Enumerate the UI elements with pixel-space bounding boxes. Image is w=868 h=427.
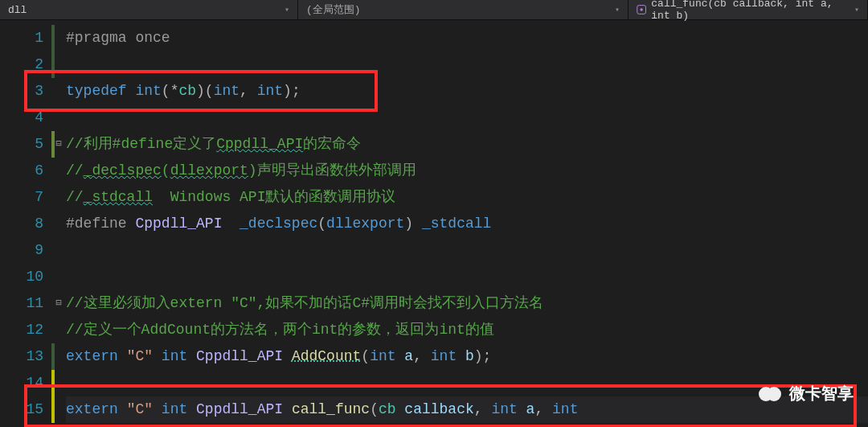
function-name: call_func(cb callback, int a, int b) bbox=[651, 0, 850, 22]
editor-window: dll ▾ (全局范围) ▾ call_func(cb callback, in… bbox=[0, 0, 868, 427]
svg-point-1 bbox=[640, 8, 642, 10]
code-line: #define Cppdll_API _declspec(dllexport) … bbox=[66, 211, 868, 237]
code-line: //定义一个AddCount的方法名，两个int的参数，返回为int的值 bbox=[66, 317, 868, 343]
wechat-icon bbox=[759, 384, 783, 404]
line-number: 11 bbox=[0, 290, 51, 317]
line-number: 10 bbox=[0, 264, 51, 290]
scope-label: (全局范围) bbox=[306, 2, 361, 17]
line-number: 4 bbox=[0, 105, 51, 131]
code-line: typedef int(*cb)(int, int); bbox=[66, 78, 868, 105]
chevron-down-icon: ▾ bbox=[285, 5, 289, 14]
line-number: 12 bbox=[0, 317, 51, 343]
watermark: 微卡智享 bbox=[759, 383, 854, 404]
line-number: 3 bbox=[0, 78, 51, 105]
line-number: 2 bbox=[0, 51, 51, 78]
nav-bar: dll ▾ (全局范围) ▾ call_func(cb callback, in… bbox=[0, 0, 868, 20]
function-dropdown[interactable]: call_func(cb callback, int a, int b) ▾ bbox=[628, 0, 868, 19]
code-line bbox=[66, 264, 868, 290]
line-number: 14 bbox=[0, 370, 51, 396]
code-line: //这里必须加入extern "C",如果不加的话C#调用时会找不到入口方法名 bbox=[66, 290, 868, 317]
code-line bbox=[66, 51, 868, 78]
line-number: 5 bbox=[0, 131, 51, 158]
line-number: 7 bbox=[0, 184, 51, 211]
line-number: 9 bbox=[0, 237, 51, 264]
code-line bbox=[66, 105, 868, 131]
line-number: 15 bbox=[0, 396, 51, 423]
code-line: extern "C" int Cppdll_API AddCount(int a… bbox=[66, 343, 868, 370]
file-name: dll bbox=[8, 4, 27, 16]
file-dropdown[interactable]: dll ▾ bbox=[0, 0, 298, 19]
line-number: 6 bbox=[0, 158, 51, 184]
chevron-down-icon: ▾ bbox=[615, 5, 620, 14]
code-line bbox=[66, 237, 868, 264]
code-line: #pragma once bbox=[66, 25, 868, 51]
code-line: extern "C" int Cppdll_API call_func(cb c… bbox=[66, 396, 868, 423]
code-surface[interactable]: #pragma once typedef int(*cb)(int, int);… bbox=[66, 20, 868, 427]
line-number: 13 bbox=[0, 343, 51, 370]
code-line: //_stdcall Windows API默认的函数调用协议 bbox=[66, 184, 868, 211]
line-number: 8 bbox=[0, 211, 51, 237]
code-line bbox=[66, 370, 868, 396]
line-number-gutter: 1 2 3 4 5 6 7 8 9 10 11 12 13 14 15 bbox=[0, 20, 51, 427]
line-number: 1 bbox=[0, 25, 51, 51]
watermark-text: 微卡智享 bbox=[789, 383, 854, 404]
fold-toggle[interactable]: ⊟ bbox=[51, 290, 66, 317]
scope-dropdown[interactable]: (全局范围) ▾ bbox=[298, 0, 628, 19]
chevron-down-icon: ▾ bbox=[854, 5, 859, 14]
editor-area: 1 2 3 4 5 6 7 8 9 10 11 12 13 14 15 ⊟ bbox=[0, 20, 868, 427]
code-line: //利用#define定义了Cppdll_API的宏命令 bbox=[66, 131, 868, 158]
code-line: //_declspec(dllexport)声明导出函数供外部调用 bbox=[66, 158, 868, 184]
function-icon bbox=[637, 4, 646, 15]
